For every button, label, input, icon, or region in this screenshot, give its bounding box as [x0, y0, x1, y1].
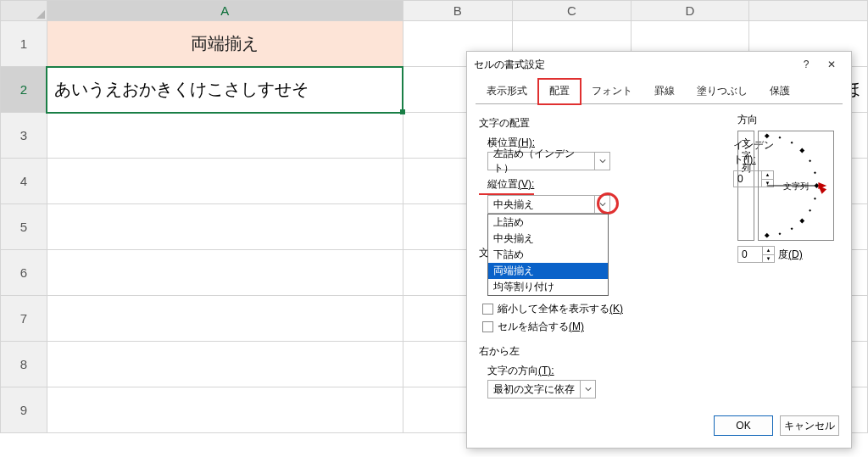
cell-A6[interactable]: [47, 250, 403, 296]
degrees-input[interactable]: 0 ▲▼: [737, 246, 775, 263]
cell-A3[interactable]: [47, 113, 403, 159]
dialog-titlebar: セルの書式設定 ? ✕: [467, 52, 851, 77]
text-alignment-group-label: 文字の配置: [479, 116, 721, 131]
vertical-value: 中央揃え: [488, 198, 594, 212]
cancel-button[interactable]: キャンセル: [780, 415, 839, 436]
svg-marker-11: [778, 232, 781, 235]
svg-marker-4: [809, 159, 811, 162]
svg-marker-1: [778, 137, 781, 139]
dialog-tabs: 表示形式 配置 フォント 罫線 塗りつぶし 保護: [467, 79, 851, 104]
row-header-2[interactable]: 2: [1, 67, 47, 113]
cell-A7[interactable]: [47, 296, 403, 342]
orientation-dial[interactable]: 文字列: [758, 131, 834, 241]
chevron-down-icon: [580, 381, 595, 398]
row-header-6[interactable]: 6: [1, 250, 47, 296]
svg-marker-2: [791, 142, 793, 144]
select-all-corner[interactable]: [1, 1, 47, 21]
vertical-option[interactable]: 下詰め: [488, 247, 608, 263]
horizontal-combo[interactable]: 左詰め（インデント）: [487, 152, 610, 170]
row-header-1[interactable]: 1: [1, 21, 47, 67]
row-header-5[interactable]: 5: [1, 204, 47, 250]
col-header-D[interactable]: D: [631, 1, 749, 21]
close-button[interactable]: ✕: [819, 55, 844, 74]
col-header-A[interactable]: A: [47, 1, 403, 21]
row-header-3[interactable]: 3: [1, 113, 47, 159]
row-header-4[interactable]: 4: [1, 159, 47, 204]
svg-marker-8: [809, 209, 811, 212]
merge-checkbox[interactable]: セルを結合する(M): [482, 320, 721, 334]
row-header-7[interactable]: 7: [1, 296, 47, 342]
rtl-group-label: 右から左: [479, 344, 721, 359]
svg-marker-5: [814, 171, 816, 174]
tab-number[interactable]: 表示形式: [476, 79, 538, 104]
cell-A2[interactable]: あいうえおかきくけこさしすせそ: [47, 67, 403, 113]
vertical-label: 縦位置(V):: [487, 177, 534, 192]
chevron-down-icon: [594, 196, 609, 213]
cell-A8[interactable]: [47, 342, 403, 387]
svg-marker-9: [799, 219, 804, 224]
chevron-down-icon: [594, 153, 609, 170]
cell-A9[interactable]: [47, 387, 403, 433]
vertical-option[interactable]: 均等割り付け: [488, 279, 608, 295]
col-header-C[interactable]: C: [513, 1, 632, 21]
tab-font[interactable]: フォント: [581, 79, 643, 104]
text-direction-label: 文字の方向(T):: [487, 364, 721, 378]
tab-border[interactable]: 罫線: [643, 79, 686, 104]
checkbox-icon: [482, 304, 493, 315]
vertical-combo[interactable]: 中央揃え: [487, 195, 610, 214]
svg-marker-7: [814, 198, 816, 200]
svg-marker-3: [799, 148, 804, 153]
cell-A5[interactable]: [47, 204, 403, 250]
col-header-E[interactable]: [749, 1, 868, 21]
orientation-label: 方向: [737, 113, 839, 127]
dialog-title: セルの書式設定: [474, 58, 793, 72]
tab-alignment[interactable]: 配置: [538, 79, 581, 104]
svg-marker-12: [765, 233, 770, 238]
svg-text:文字列: 文字列: [783, 181, 809, 191]
tab-protection[interactable]: 保護: [759, 79, 801, 104]
vertical-option[interactable]: 中央揃え: [488, 231, 608, 247]
svg-marker-10: [791, 227, 793, 230]
vertical-option-selected[interactable]: 両端揃え: [488, 263, 608, 279]
help-button[interactable]: ?: [793, 55, 819, 74]
text-direction-combo[interactable]: 最初の文字に依存: [487, 380, 596, 398]
horizontal-value: 左詰め（インデント）: [488, 147, 594, 176]
shrink-checkbox[interactable]: 縮小して全体を表示する(K): [482, 302, 721, 316]
checkbox-icon: [482, 321, 493, 332]
vertical-option[interactable]: 上詰め: [488, 215, 608, 231]
vertical-dropdown-list: 上詰め 中央揃え 下詰め 両端揃え 均等割り付け: [487, 214, 609, 296]
col-header-B[interactable]: B: [403, 1, 513, 21]
cell-A4[interactable]: [47, 159, 403, 204]
cell-A1[interactable]: 両端揃え: [47, 21, 403, 67]
format-cells-dialog: セルの書式設定 ? ✕ 表示形式 配置 フォント 罫線 塗りつぶし 保護 文字の…: [466, 51, 852, 449]
row-header-9[interactable]: 9: [1, 387, 47, 433]
row-header-8[interactable]: 8: [1, 342, 47, 387]
svg-marker-0: [765, 133, 770, 138]
tab-fill[interactable]: 塗りつぶし: [686, 79, 759, 104]
ok-button[interactable]: OK: [714, 415, 773, 436]
spinner-icon[interactable]: ▲▼: [762, 247, 774, 262]
